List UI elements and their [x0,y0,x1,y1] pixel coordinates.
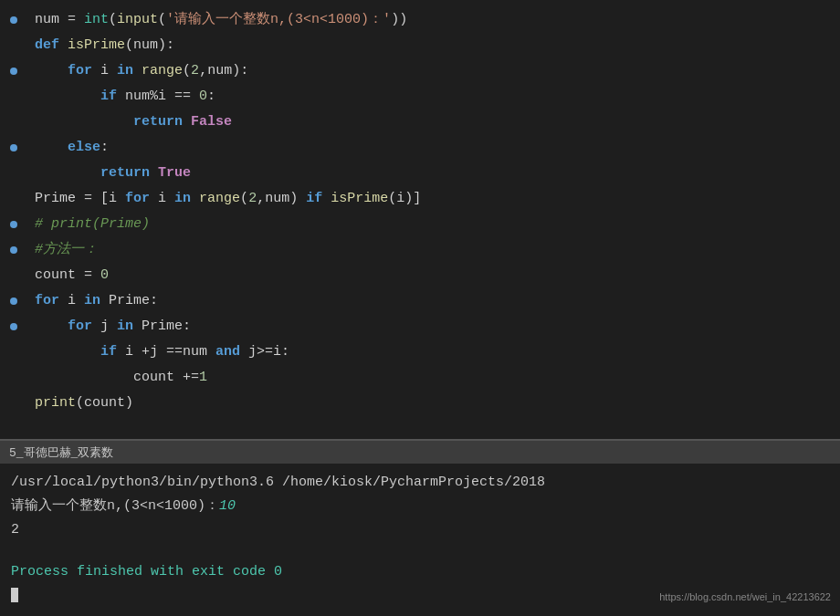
token: (num): [125,37,174,53]
token: def [35,37,59,53]
code-editor: num = int(input('请输入一个整数n,(3<n<1000)：'))… [0,0,840,440]
token: '请输入一个整数n,(3<n<1000)：' [166,12,391,27]
indent-space [35,370,133,385]
token: isPrime [331,191,388,206]
token: ( [158,12,166,27]
token: if [100,344,117,360]
code-line: for i in range(2,num): [0,58,840,84]
token: print [35,395,76,411]
token: (count) [76,395,133,411]
token: in [117,318,133,334]
token: for [68,63,92,78]
token: # print(Prime) [35,216,150,232]
breakpoint-dot [10,16,17,24]
indent-space [35,89,100,104]
code-lines: num = int(input('请输入一个整数n,(3<n<1000)：'))… [0,7,840,416]
code-line: for i in Prime: [0,288,840,314]
token [150,165,158,181]
token: : [207,89,215,104]
line-content: def isPrime(num): [27,33,840,58]
line-content: # print(Prime) [27,212,840,237]
token: range [199,191,240,206]
terminal-prompt: 请输入一个整数n,(3<n<1000)： [11,498,219,514]
code-line: for j in Prime: [0,314,840,339]
code-line: count +=1 [0,365,840,391]
terminal-blank [11,542,829,560]
code-line: count = 0 [0,263,840,288]
line-content: if i +j ==num and j>=i: [27,339,840,365]
token: ( [109,12,117,27]
token: 2 [248,191,257,206]
line-content: for i in range(2,num): [27,58,840,84]
token: : [100,140,109,155]
line-content: if num%i == 0: [27,84,840,110]
line-gutter [0,68,27,75]
token: in [117,63,133,78]
token: num%i == [117,89,199,104]
line-content: for j in Prime: [27,314,840,339]
terminal-header: 5_哥德巴赫_双素数 [0,440,840,464]
line-content: num = int(input('请输入一个整数n,(3<n<1000)：')) [27,7,840,33]
token: 0 [199,89,207,104]
indent-space [35,318,68,334]
token: count += [133,370,199,385]
code-line: Prime = [i for i in range(2,num) if isPr… [0,186,840,212]
code-line: print(count) [0,391,840,416]
terminal-area: /usr/local/python3/bin/python3.6 /home/k… [0,464,840,616]
terminal-process-text: Process finished with exit code 0 [11,564,282,579]
indent-space [35,114,133,130]
watermark: https://blog.csdn.net/wei_in_42213622 [659,585,831,609]
token: num [35,12,59,27]
token: ( [240,191,248,206]
token: i [92,63,117,78]
line-gutter [0,246,27,254]
token: 1 [199,370,207,385]
token: for [35,293,59,308]
token: if [100,89,117,104]
token: = [76,267,100,283]
breakpoint-dot [10,323,17,330]
token: = [i [76,191,125,206]
line-content: return True [27,161,840,186]
token: and [215,344,240,360]
token: i [59,293,84,308]
line-content: print(count) [27,391,840,416]
breakpoint-dot [10,68,17,75]
token: ,num): [199,63,248,78]
code-line: # print(Prime) [0,212,840,237]
terminal-cmd: /usr/local/python3/bin/python3.6 /home/k… [11,471,829,495]
line-content: return False [27,110,840,135]
token: ,num) [257,191,306,206]
token: return [133,114,183,130]
token [133,63,142,78]
token: (i)] [388,191,421,206]
indent-space [35,165,100,181]
code-line: num = int(input('请输入一个整数n,(3<n<1000)：')) [0,7,840,33]
token: if [306,191,322,206]
terminal-process: Process finished with exit code 0 [11,560,829,584]
terminal-title: 5_哥德巴赫_双素数 [9,444,113,461]
token: count [35,267,76,283]
token: = [59,12,84,27]
token: False [191,114,232,130]
line-gutter [0,16,27,24]
terminal-cursor [11,588,18,602]
token [183,114,191,130]
line-gutter [0,323,27,330]
line-content: else: [27,135,840,161]
line-gutter [0,221,27,228]
terminal-output-text: 2 [11,522,19,538]
token: 2 [191,63,199,78]
token: input [117,12,158,27]
breakpoint-dot [10,144,17,151]
terminal-cmd-text: /usr/local/python3/bin/python3.6 /home/k… [11,475,545,490]
terminal-output: 2 [11,518,829,542]
code-line: if num%i == 0: [0,84,840,110]
token: return [100,165,150,181]
token [59,37,68,53]
terminal-input-value: 10 [219,498,236,514]
line-gutter [0,144,27,151]
token: range [142,63,183,78]
line-content: count +=1 [27,365,840,391]
token: Prime: [100,293,158,308]
